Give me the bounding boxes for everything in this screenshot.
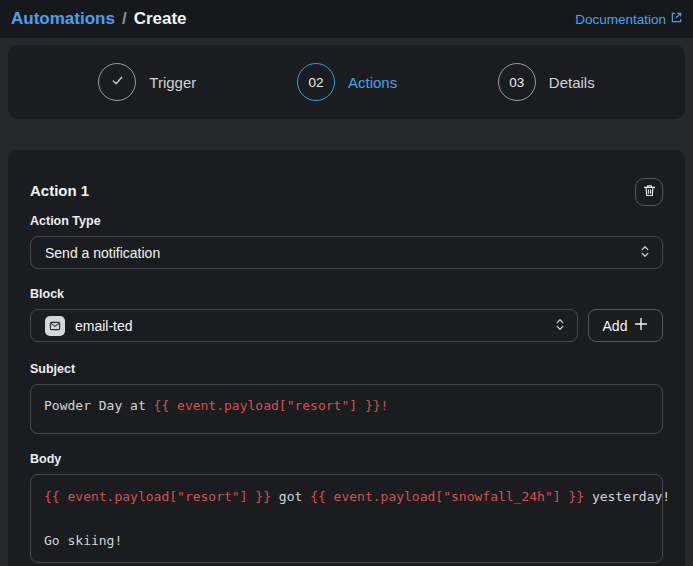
code-segment: yesterday! bbox=[584, 489, 670, 504]
block-label: Block bbox=[30, 287, 663, 301]
step-actions-indicator: 02 bbox=[297, 63, 335, 101]
step-actions[interactable]: 02 Actions bbox=[297, 63, 397, 101]
code-segment: got bbox=[271, 489, 310, 504]
block-value: email-ted bbox=[75, 318, 555, 334]
code-segment: {{ event.payload["snowfall_24h"] }} bbox=[310, 489, 584, 504]
action-card: Action 1 Action Type Send a notification… bbox=[8, 150, 685, 566]
code-segment: Powder Day at bbox=[44, 398, 154, 413]
breadcrumb-automations-link[interactable]: Automations bbox=[11, 9, 115, 29]
step-trigger-indicator bbox=[98, 63, 136, 101]
action-title: Action 1 bbox=[30, 178, 89, 199]
trash-icon bbox=[642, 183, 657, 201]
add-block-button-label: Add bbox=[603, 318, 628, 334]
step-trigger[interactable]: Trigger bbox=[98, 63, 196, 101]
chevron-up-down-icon bbox=[555, 317, 565, 335]
step-trigger-label: Trigger bbox=[149, 74, 196, 91]
body-line bbox=[44, 508, 649, 530]
add-block-button[interactable]: Add bbox=[588, 309, 663, 342]
documentation-link-label: Documentation bbox=[575, 12, 666, 27]
subject-text: Powder Day at {{ event.payload["resort"]… bbox=[44, 398, 388, 420]
code-segment: ! bbox=[381, 398, 389, 413]
checkmark-icon bbox=[110, 73, 125, 91]
step-details-indicator: 03 bbox=[498, 63, 536, 101]
plus-icon bbox=[634, 317, 648, 334]
code-segment: Go skiing! bbox=[44, 533, 122, 548]
subject-input[interactable]: Powder Day at {{ event.payload["resort"]… bbox=[30, 384, 663, 434]
action-type-value: Send a notification bbox=[45, 245, 640, 261]
envelope-icon bbox=[45, 316, 65, 336]
body-line: {{ event.payload["resort"] }} got {{ eve… bbox=[44, 486, 649, 508]
body-label: Body bbox=[30, 452, 663, 466]
subject-label: Subject bbox=[30, 362, 663, 376]
breadcrumb-separator: / bbox=[122, 9, 127, 29]
code-segment: {{ event.payload["resort"] }} bbox=[154, 398, 381, 413]
external-link-icon bbox=[671, 16, 682, 23]
action-type-label: Action Type bbox=[30, 214, 663, 228]
step-actions-label: Actions bbox=[348, 74, 397, 91]
breadcrumb-current-page: Create bbox=[134, 9, 187, 29]
top-header: Automations / Create Documentation bbox=[0, 0, 693, 38]
action-type-select[interactable]: Send a notification bbox=[30, 236, 663, 269]
step-details[interactable]: 03 Details bbox=[498, 63, 595, 101]
documentation-link[interactable]: Documentation bbox=[575, 12, 682, 27]
step-details-label: Details bbox=[549, 74, 595, 91]
chevron-up-down-icon bbox=[640, 244, 650, 262]
code-segment: {{ event.payload["resort"] }} bbox=[44, 489, 271, 504]
block-select[interactable]: email-ted bbox=[30, 309, 578, 342]
stepper: Trigger 02 Actions 03 Details bbox=[8, 45, 685, 119]
delete-action-button[interactable] bbox=[635, 178, 663, 206]
body-textarea[interactable]: {{ event.payload["resort"] }} got {{ eve… bbox=[30, 474, 663, 563]
breadcrumb: Automations / Create bbox=[11, 9, 187, 29]
body-line: Go skiing! bbox=[44, 530, 649, 552]
